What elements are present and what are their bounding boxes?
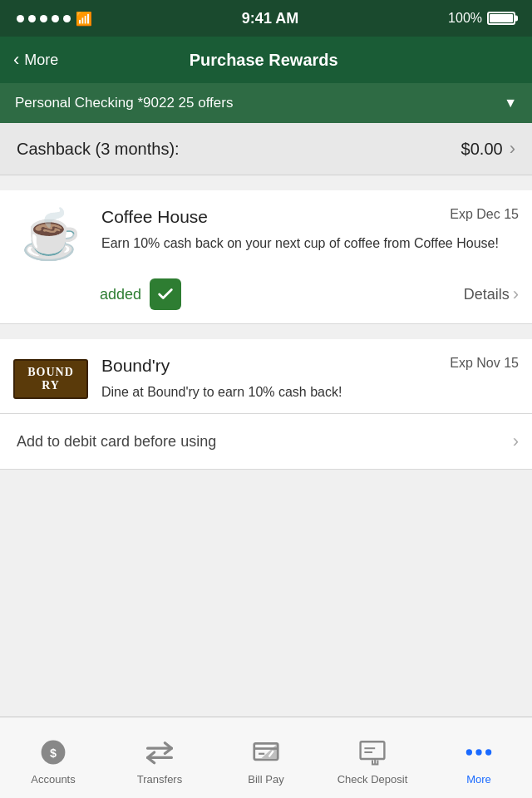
- offer-card-boundry: BOUND RY Bound'ry Exp Nov 15 Dine at Bou…: [0, 339, 532, 414]
- battery-icon: [487, 12, 515, 25]
- signal-dots: [17, 15, 71, 22]
- boundry-offer-info: Bound'ry Exp Nov 15 Dine at Bound'ry to …: [101, 356, 519, 401]
- tab-bar: $ Accounts Transfers Bill Pay: [0, 717, 532, 798]
- back-button[interactable]: ‹ More: [13, 49, 58, 71]
- cashback-chevron-icon: ›: [510, 138, 515, 160]
- cashback-right: $0.00 ›: [461, 138, 515, 160]
- checkdeposit-tab-label: Check Deposit: [337, 773, 408, 786]
- boundry-logo: BOUND RY: [13, 356, 88, 401]
- account-label: Personal Checking *9022 25 offers: [15, 95, 233, 111]
- boundry-logo-text: BOUND RY: [13, 359, 88, 399]
- status-time: 9:41 AM: [242, 10, 298, 27]
- svg-point-13: [485, 749, 491, 755]
- coffee-logo: ☕: [13, 207, 88, 259]
- back-label: More: [24, 52, 58, 69]
- tab-accounts[interactable]: $ Accounts: [0, 717, 106, 798]
- add-debit-row[interactable]: Add to debit card before using ›: [0, 414, 532, 470]
- separator-2: [0, 324, 532, 339]
- page-title: Purchase Rewards: [58, 51, 469, 70]
- svg-point-11: [466, 749, 472, 755]
- status-right: 100%: [448, 11, 515, 26]
- billpay-icon: [250, 736, 282, 768]
- tab-billpay[interactable]: Bill Pay: [213, 717, 319, 798]
- boundry-offer-expiry: Exp Nov 15: [450, 356, 519, 371]
- boundry-offer-description: Dine at Bound'ry to earn 10% cash back!: [101, 382, 519, 401]
- checkdeposit-icon: [357, 736, 388, 768]
- transfers-icon: [144, 736, 175, 768]
- tab-more[interactable]: More: [426, 717, 532, 798]
- wifi-icon: 📶: [76, 11, 92, 27]
- more-tab-label: More: [466, 773, 491, 786]
- coffee-details-label: Details: [464, 286, 510, 303]
- account-selector[interactable]: Personal Checking *9022 25 offers ▼: [0, 83, 532, 123]
- status-left: 📶: [17, 11, 92, 27]
- battery-percentage: 100%: [448, 11, 482, 26]
- cashback-label: Cashback (3 months):: [17, 140, 180, 159]
- separator: [0, 175, 532, 190]
- coffee-offer-description: Earn 10% cash back on your next cup of c…: [101, 234, 519, 253]
- add-debit-chevron-icon: ›: [513, 431, 519, 452]
- account-dropdown-icon: ▼: [504, 96, 517, 111]
- status-bar: 📶 9:41 AM 100%: [0, 0, 532, 37]
- cashback-row[interactable]: Cashback (3 months): $0.00 ›: [0, 123, 532, 175]
- more-icon: [463, 736, 495, 768]
- boundry-offer-name: Bound'ry: [101, 356, 170, 376]
- accounts-icon: $: [37, 736, 69, 768]
- coffee-details-button[interactable]: Details ›: [464, 283, 519, 305]
- coffee-offer-name: Coffee House: [101, 207, 208, 227]
- checkmark-icon: [150, 278, 181, 310]
- add-debit-label: Add to debit card before using: [17, 433, 216, 451]
- coffee-cup-icon: ☕: [21, 210, 81, 259]
- accounts-tab-label: Accounts: [31, 773, 75, 786]
- coffee-details-chevron-icon: ›: [513, 283, 519, 305]
- coffee-added-label: added: [100, 286, 141, 303]
- svg-text:$: $: [50, 746, 57, 760]
- coffee-offer-expiry: Exp Dec 15: [450, 207, 519, 222]
- coffee-added-section: added: [100, 278, 181, 310]
- offer-card-coffee: ☕ Coffee House Exp Dec 15 Earn 10% cash …: [0, 190, 532, 324]
- transfers-tab-label: Transfers: [137, 773, 182, 786]
- billpay-tab-label: Bill Pay: [248, 773, 283, 786]
- tab-checkdeposit[interactable]: Check Deposit: [319, 717, 426, 798]
- back-chevron-icon: ‹: [13, 49, 19, 71]
- svg-point-12: [475, 749, 481, 755]
- nav-bar: ‹ More Purchase Rewards: [0, 37, 532, 83]
- cashback-amount: $0.00: [461, 140, 503, 159]
- svg-rect-7: [361, 741, 385, 759]
- coffee-offer-info: Coffee House Exp Dec 15 Earn 10% cash ba…: [101, 207, 519, 259]
- tab-transfers[interactable]: Transfers: [106, 717, 213, 798]
